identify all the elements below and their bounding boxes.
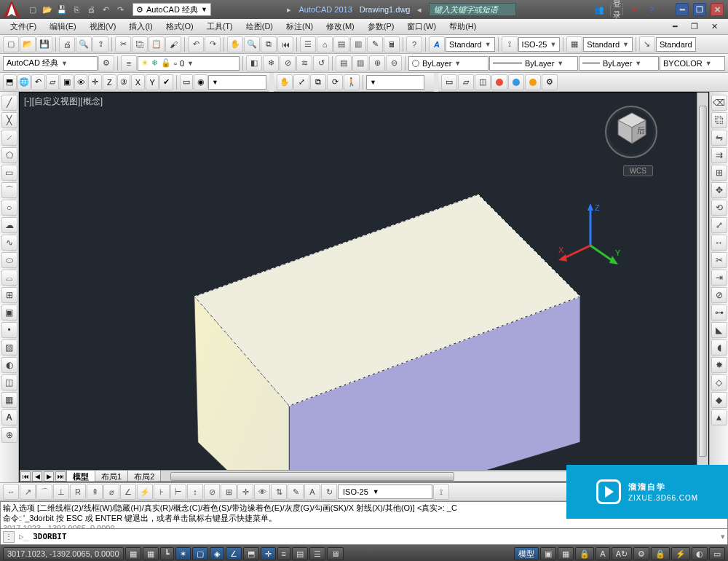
copy-obj-icon[interactable]: ⿻ xyxy=(711,112,727,128)
dimang-icon[interactable]: ∠ xyxy=(120,484,136,500)
region-icon[interactable]: ◫ xyxy=(1,374,17,391)
workspace-selector[interactable]: ⚙ AutoCAD 经典 ▼ xyxy=(132,3,211,16)
dimbase-icon[interactable]: ⊦ xyxy=(154,484,170,500)
command-chevron-icon[interactable]: ▾ xyxy=(721,532,725,541)
matchprop-icon[interactable]: 🖌 xyxy=(165,36,181,52)
layeroff-icon[interactable]: ⊘ xyxy=(280,55,296,71)
tab-nav-next-icon[interactable]: ▶ xyxy=(44,471,54,482)
array-icon[interactable]: ⊞ xyxy=(711,165,727,181)
insert-icon[interactable]: ⊞ xyxy=(1,287,17,303)
exchange-icon[interactable]: ✕ xyxy=(628,3,641,16)
tab-layout1[interactable]: 布局1 xyxy=(95,470,128,483)
status-quickview-icon[interactable]: ▦ xyxy=(558,547,574,560)
menu-help[interactable]: 帮助(H) xyxy=(443,20,482,34)
status-ws-icon[interactable]: ⚙ xyxy=(633,547,649,560)
qat-saveas-icon[interactable]: ⎘ xyxy=(70,3,83,16)
dimlinear-icon[interactable]: ↔ xyxy=(3,484,19,500)
status-tpy-icon[interactable]: ▤ xyxy=(292,547,308,560)
scale-icon[interactable]: ⤢ xyxy=(711,217,727,233)
ucs-z-icon[interactable]: Z xyxy=(103,74,116,90)
pan-icon[interactable]: ✋ xyxy=(227,36,243,52)
ucs-apply-icon[interactable]: ✔ xyxy=(159,74,173,90)
dimstyle-icon[interactable]: ⟟ xyxy=(502,36,518,52)
orbit-free-icon[interactable]: ⟳ xyxy=(327,74,343,90)
dimdia-icon[interactable]: ⌀ xyxy=(103,484,119,500)
layermch-icon[interactable]: ≋ xyxy=(296,55,312,71)
status-polar-icon[interactable]: ✶ xyxy=(175,547,191,560)
dimarc-icon[interactable]: ⌒ xyxy=(36,484,52,500)
vs-manager-icon[interactable]: ⚙ xyxy=(542,74,558,90)
status-3dosnap-icon[interactable]: ◈ xyxy=(210,547,224,560)
status-grid-icon[interactable]: ▦ xyxy=(143,547,159,560)
status-snap-icon[interactable]: ▦ xyxy=(125,547,141,560)
arc-icon[interactable]: ⌒ xyxy=(1,182,17,198)
plot-icon[interactable]: 🖨 xyxy=(59,36,75,52)
menu-edit[interactable]: 编辑(E) xyxy=(44,20,82,34)
gradient-icon[interactable]: ◐ xyxy=(1,357,17,373)
zoom-realtime-icon[interactable]: 🔍 xyxy=(244,36,260,52)
vs-2dwire-icon[interactable]: ▭ xyxy=(441,74,457,90)
polygon-icon[interactable]: ⬠ xyxy=(1,147,17,163)
layeriso-icon[interactable]: ◧ xyxy=(246,55,262,71)
mleaderstyle-combo[interactable]: Standard xyxy=(656,37,696,52)
ucs-world-icon[interactable]: 🌐 xyxy=(17,74,31,90)
ucs-icon[interactable]: ⬒ xyxy=(3,74,17,90)
textstyle-icon[interactable]: A xyxy=(429,36,445,52)
status-anno-icon[interactable]: A xyxy=(596,547,609,560)
chamfer-icon[interactable]: ◣ xyxy=(711,322,727,338)
dimcont-icon[interactable]: ⊢ xyxy=(170,484,186,500)
help-icon[interactable]: ? xyxy=(645,3,658,16)
status-dyn-icon[interactable]: ✛ xyxy=(261,547,276,560)
tab-nav-prev-icon[interactable]: ◀ xyxy=(32,471,42,482)
wcs-badge[interactable]: WCS xyxy=(623,165,653,176)
minimize-button[interactable]: ━ xyxy=(676,3,689,16)
maximize-button[interactable]: ❐ xyxy=(693,3,706,16)
table-icon[interactable]: ▦ xyxy=(1,392,17,408)
zoom-win-icon[interactable]: ⧉ xyxy=(310,74,326,90)
status-layout-icon[interactable]: ▣ xyxy=(540,547,556,560)
doc-minimize-button[interactable]: ━ xyxy=(667,20,684,33)
workspace-settings-icon[interactable]: ⚙ xyxy=(98,55,114,71)
plotstyle-combo[interactable]: BYCOLOR▼ xyxy=(660,56,725,71)
extra3-icon[interactable]: ▲ xyxy=(711,409,727,425)
status-ducs-icon[interactable]: ⬒ xyxy=(243,547,259,560)
layermerge-icon[interactable]: ⊕ xyxy=(369,55,385,71)
break-icon[interactable]: ⊘ xyxy=(711,287,727,303)
menu-file[interactable]: 文件(F) xyxy=(4,20,42,34)
command-input[interactable] xyxy=(71,532,716,541)
menu-dimension[interactable]: 标注(N) xyxy=(280,20,319,34)
signin-button[interactable]: 登录 xyxy=(610,3,623,16)
status-annoauto-icon[interactable]: A↻ xyxy=(612,547,632,560)
app-logo-icon[interactable] xyxy=(3,1,20,18)
hatch-icon[interactable]: ▨ xyxy=(1,340,17,356)
join-icon[interactable]: ⊶ xyxy=(711,305,727,321)
mtext-icon[interactable]: A xyxy=(1,409,17,425)
dimupdate-icon[interactable]: ↻ xyxy=(321,484,337,500)
zoom-window-icon[interactable]: ⧉ xyxy=(261,36,277,52)
fillet-icon[interactable]: ◖ xyxy=(711,340,727,356)
menu-parametric[interactable]: 参数(P) xyxy=(362,20,400,34)
erase-icon[interactable]: ⌫ xyxy=(711,95,727,111)
ucs-x-icon[interactable]: X xyxy=(131,74,145,90)
line-icon[interactable]: ╱ xyxy=(1,95,17,111)
status-otrack-icon[interactable]: ∠ xyxy=(226,547,242,560)
rectangle-icon[interactable]: ▭ xyxy=(1,165,17,181)
point-icon[interactable]: • xyxy=(1,322,17,338)
revcloud-icon[interactable]: ☁ xyxy=(1,217,17,233)
doc-restore-button[interactable]: ❐ xyxy=(685,20,704,33)
dimstyle-combo[interactable]: ISO-25▼ xyxy=(518,37,561,52)
ucs-prev-icon[interactable]: ↶ xyxy=(31,74,45,90)
move-icon[interactable]: ✥ xyxy=(711,182,727,198)
command-line[interactable]: ⋮ ▷_ 3DORBIT ▾ xyxy=(0,529,728,545)
centermark-icon[interactable]: ✛ xyxy=(237,484,253,500)
explode-icon[interactable]: ✸ xyxy=(711,357,727,373)
tab-nav-last-icon[interactable]: ⏭ xyxy=(55,471,66,482)
dimspace-icon[interactable]: ↕ xyxy=(187,484,203,500)
layerfrz-icon[interactable]: ❄ xyxy=(263,55,279,71)
qat-open-icon[interactable]: 📂 xyxy=(41,3,54,16)
menu-tools[interactable]: 工具(T) xyxy=(201,20,239,34)
tablestyle-icon[interactable]: ▦ xyxy=(566,36,582,52)
paste-icon[interactable]: 📋 xyxy=(149,36,165,52)
viewport-label[interactable]: [-][自定义视图][概念] xyxy=(24,95,103,108)
vs-conceptual-icon[interactable] xyxy=(508,74,524,90)
